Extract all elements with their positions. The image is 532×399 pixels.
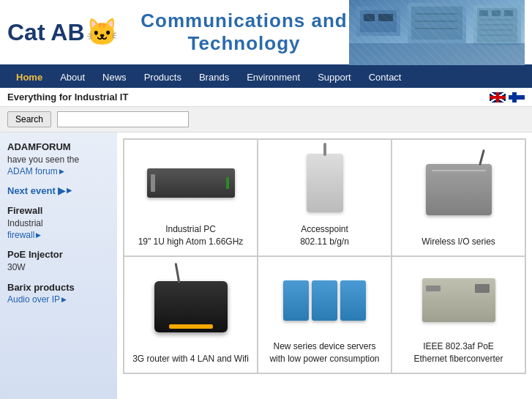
nav-item-contact[interactable]: Contact: [360, 72, 411, 83]
wireless-io-image: [426, 164, 492, 215]
poe-converter-image: [422, 278, 495, 322]
sidebar-text-adamforum: have you seen the: [7, 154, 110, 166]
svg-rect-6: [411, 7, 462, 40]
search-input[interactable]: [57, 111, 189, 127]
product-content: Industrial PC 19" 1U high Atom 1.66GHz A…: [117, 133, 532, 399]
sidebar-title-firewall: Firewall: [7, 205, 110, 216]
nav-item-brands[interactable]: Brands: [190, 72, 238, 83]
device-server-3: [340, 280, 366, 321]
industrial-pc-image: [147, 168, 235, 198]
sidebar-link-firewall[interactable]: firewall: [7, 230, 110, 240]
tagline-bar: Everything for Industrial IT: [0, 88, 532, 107]
product-image-poe-converter: [400, 264, 517, 336]
nav-item-products[interactable]: Products: [135, 72, 190, 83]
sidebar-section-barix: Barix products Audio over IP: [7, 282, 110, 305]
nav-item-news[interactable]: News: [94, 72, 135, 83]
sidebar-section-adamforum: ADAMFORUM have you seen the ADAM forum: [7, 141, 110, 176]
3g-router-image: [154, 281, 228, 332]
product-image-3g-router: [132, 264, 250, 348]
product-cell-industrial-pc[interactable]: Industrial PC 19" 1U high Atom 1.66GHz: [124, 139, 258, 256]
svg-rect-11: [477, 8, 517, 42]
header-decorative-image: [349, 0, 525, 65]
header-title: Communications and Technology: [139, 10, 349, 55]
svg-rect-3: [364, 14, 375, 21]
product-cell-3g-router[interactable]: 3G router with 4 LAN and Wifi: [124, 256, 258, 373]
sidebar-section-poe: PoE Injector 30W: [7, 249, 110, 274]
product-label-device-servers: New series device servers with low power…: [269, 340, 379, 365]
product-image-wireless-io: [400, 147, 517, 231]
product-cell-poe-converter[interactable]: IEEE 802.3af PoE Ethernet fiberconverter: [391, 256, 525, 373]
product-cell-wireless-io[interactable]: Wireless I/O series: [391, 139, 525, 256]
flag-uk[interactable]: [490, 92, 506, 102]
logo-cat-icon: 🐱: [86, 17, 119, 48]
product-image-device-servers: [266, 264, 383, 336]
nav-item-environment[interactable]: Environment: [238, 72, 309, 83]
navigation: Home About News Products Brands Environm…: [0, 66, 532, 88]
svg-rect-14: [504, 10, 513, 16]
product-label-industrial-pc: Industrial PC 19" 1U high Atom 1.66GHz: [138, 223, 244, 248]
svg-rect-0: [349, 0, 525, 65]
nav-item-support[interactable]: Support: [309, 72, 360, 83]
product-image-accesspoint: [266, 147, 383, 219]
sidebar-link-adamforum[interactable]: ADAM forum: [7, 166, 110, 176]
main-content: ADAMFORUM have you seen the ADAM forum N…: [0, 133, 532, 399]
sidebar-text-firewall: Industrial: [7, 217, 110, 230]
product-label-accesspoint: Accesspoint 802.11 b/g/n: [300, 223, 349, 248]
flag-fi[interactable]: [509, 92, 525, 102]
svg-rect-1: [356, 7, 400, 36]
product-grid: Industrial PC 19" 1U high Atom 1.66GHz A…: [123, 138, 526, 374]
sidebar-section-next-event: Next event ▶: [7, 185, 110, 196]
sidebar-title-adamforum: ADAMFORUM: [7, 141, 110, 152]
sidebar-title-barix: Barix products: [7, 282, 110, 293]
sidebar-link-next-event[interactable]: Next event ▶: [7, 185, 110, 196]
tagline-text: Everything for Industrial IT: [7, 92, 128, 102]
sidebar-title-poe: PoE Injector: [7, 249, 110, 260]
search-bar: Search: [0, 107, 532, 133]
logo-area: Cat AB 🐱: [7, 17, 139, 48]
device-server-1: [283, 280, 309, 321]
svg-rect-13: [492, 10, 501, 16]
svg-rect-19: [349, 43, 525, 65]
sidebar: ADAMFORUM have you seen the ADAM forum N…: [0, 133, 117, 399]
search-button[interactable]: Search: [7, 111, 51, 127]
svg-rect-2: [360, 10, 397, 32]
sidebar-text-poe: 30W: [7, 261, 110, 274]
product-image-industrial-pc: [132, 147, 250, 219]
product-cell-device-servers[interactable]: New series device servers with low power…: [258, 256, 391, 373]
svg-rect-5: [408, 3, 466, 43]
product-label-wireless-io: Wireless I/O series: [422, 236, 495, 248]
nav-item-home[interactable]: Home: [7, 72, 51, 83]
product-label-poe-converter: IEEE 802.3af PoE Ethernet fiberconverter: [413, 340, 503, 365]
svg-rect-12: [479, 10, 488, 16]
device-server-2: [312, 280, 337, 321]
svg-rect-10: [473, 5, 521, 45]
accesspoint-image: [307, 154, 343, 212]
product-label-3g-router: 3G router with 4 LAN and Wifi: [132, 353, 249, 365]
product-cell-accesspoint[interactable]: Accesspoint 802.11 b/g/n: [258, 139, 391, 256]
flags: [490, 92, 525, 102]
svg-rect-4: [378, 14, 393, 21]
logo-text: Cat AB: [7, 19, 84, 46]
nav-item-about[interactable]: About: [51, 72, 94, 83]
sidebar-section-firewall: Firewall Industrial firewall: [7, 205, 110, 240]
device-servers-image: [283, 280, 366, 321]
sidebar-link-barix[interactable]: Audio over IP: [7, 294, 110, 305]
